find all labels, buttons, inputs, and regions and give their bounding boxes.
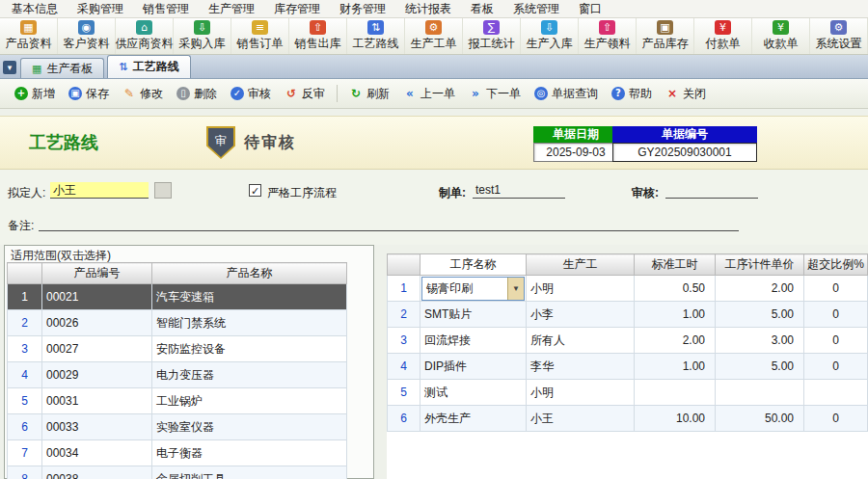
over-ratio-cell <box>804 380 868 406</box>
process-row[interactable]: 1 锡膏印刷 ▼ 小明 0.50 2.00 0 <box>388 276 868 302</box>
process-name-cell[interactable]: ▼ 测试 <box>420 380 527 406</box>
col-worker[interactable]: 生产工 <box>527 254 635 276</box>
products-table: 产品编号 产品名称 1 00021 汽车变速箱 2 00026 智能门禁系统 3… <box>7 262 347 479</box>
action-unaudit[interactable]: ↺ 反审 <box>278 83 332 105</box>
toolbar-item[interactable]: ⇩ 采购入库 <box>174 18 231 54</box>
col-piece-price[interactable]: 工序计件单价 <box>716 254 804 276</box>
process-row[interactable]: 3 ▼ 回流焊接 所有人 2.00 3.00 0 <box>388 328 868 354</box>
strict-flow-checkbox[interactable]: ✓ <box>249 184 261 197</box>
process-name-combobox[interactable]: 锡膏印刷 ▼ <box>421 277 525 301</box>
standard-hours-cell: 10.00 <box>635 406 716 432</box>
action-delete[interactable]: ▯ 删除 <box>170 83 224 105</box>
action-edit[interactable]: ✎ 修改 <box>116 83 170 105</box>
col-over-ratio[interactable]: 超交比例% <box>804 254 868 276</box>
action-close[interactable]: × 关闭 <box>659 83 713 105</box>
tabs: ▦ 生产看板 ⇅ 工艺路线 <box>20 55 194 78</box>
menu-item[interactable]: 生产管理 <box>199 0 264 17</box>
product-code-cell: 00029 <box>42 362 152 388</box>
toolbar-item[interactable]: ⇩ 生产入库 <box>521 18 579 54</box>
over-ratio-cell: 0 <box>804 354 868 380</box>
product-row[interactable]: 4 00029 电力变压器 <box>8 362 347 388</box>
row-number: 2 <box>388 302 420 328</box>
toolbar-item[interactable]: ⚙ 生产工单 <box>405 18 463 54</box>
toolbar-item[interactable]: ▣ 产品库存 <box>637 18 694 54</box>
col-standard-hours[interactable]: 标准工时 <box>635 254 716 276</box>
col-process-name[interactable]: 工序名称 <box>420 254 527 276</box>
work-order-icon: ⚙ <box>425 20 442 35</box>
product-name-cell: 实验室仪器 <box>152 414 347 440</box>
tab-process-routing[interactable]: ⇅ 工艺路线 <box>107 55 190 78</box>
piece-price-cell: 2.00 <box>716 276 804 302</box>
piece-price-cell: 50.00 <box>716 406 804 432</box>
process-row[interactable]: 2 ▼ SMT贴片 小李 1.00 5.00 0 <box>388 302 868 328</box>
col-product-code[interactable]: 产品编号 <box>42 263 152 284</box>
product-name-cell: 工业锅炉 <box>152 388 347 414</box>
action-toolbar: + 新增 ▣ 保存 ✎ 修改 ▯ 删除 ✓ 审核 ↺ 反审 ↻ 刷新 « 上一单… <box>0 79 868 109</box>
toolbar-item[interactable]: ▦ 产品资料 <box>0 18 58 54</box>
menu-item[interactable]: 看板 <box>461 0 503 17</box>
tab-bar: ▾ ▦ 生产看板 ⇅ 工艺路线 <box>0 55 868 79</box>
chevron-down-icon[interactable]: ▼ <box>507 278 524 300</box>
col-product-name[interactable]: 产品名称 <box>152 263 347 284</box>
worker-cell: 所有人 <box>527 328 635 354</box>
process-row[interactable]: 5 ▼ 测试 小明 <box>388 380 868 406</box>
doc-number-input[interactable]: GY202509030001 <box>612 143 757 162</box>
action-prev-doc[interactable]: « 上一单 <box>396 83 462 105</box>
sales-outbound-icon: ⇧ <box>310 20 326 35</box>
toolbar-item[interactable]: ⇧ 生产领料 <box>579 18 637 54</box>
action-audit[interactable]: ✓ 审核 <box>224 83 278 105</box>
product-row[interactable]: 6 00033 实验室仪器 <box>8 414 347 440</box>
tab-list-icon[interactable]: ▾ <box>3 61 16 74</box>
process-name-cell[interactable]: ▼ SMT贴片 <box>420 302 527 328</box>
process-name-cell[interactable]: ▼ 回流焊接 <box>420 328 527 354</box>
product-row[interactable]: 7 00034 电子衡器 <box>8 440 347 466</box>
menu-item[interactable]: 财务管理 <box>330 0 395 17</box>
action-doc-query[interactable]: ◎ 单据查询 <box>528 83 605 105</box>
toolbar-item[interactable]: ⚙ 系统设置 <box>810 18 868 54</box>
action-save[interactable]: ▣ 保存 <box>62 83 116 105</box>
tab-icon: ⇅ <box>119 61 127 73</box>
menu-item[interactable]: 统计报表 <box>395 0 461 17</box>
drafter-input[interactable]: 小王 <box>50 182 149 199</box>
menu-item[interactable]: 系统管理 <box>503 0 569 17</box>
toolbar-item[interactable]: ¥ 付款单 <box>694 18 752 54</box>
product-row[interactable]: 2 00026 智能门禁系统 <box>8 310 347 336</box>
toolbar-item[interactable]: ◉ 客户资料 <box>58 18 116 54</box>
tab-production-kanban[interactable]: ▦ 生产看板 <box>20 58 104 78</box>
menu-item[interactable]: 基本信息 <box>2 0 68 17</box>
product-code-cell: 00038 <box>42 466 152 479</box>
process-row[interactable]: 4 ▼ DIP插件 李华 1.00 5.00 0 <box>388 354 868 380</box>
action-refresh[interactable]: ↻ 刷新 <box>342 83 396 105</box>
supplier-info-icon: ⌂ <box>136 20 152 35</box>
menu-item[interactable]: 销售管理 <box>133 0 199 17</box>
toolbar-item[interactable]: ⇧ 销售出库 <box>289 18 347 54</box>
process-row[interactable]: 6 ▼ 外壳生产 小王 10.00 50.00 0 <box>388 406 868 432</box>
process-name-cell[interactable]: ▼ 外壳生产 <box>420 406 527 432</box>
menu-item[interactable]: 窗口 <box>569 0 611 17</box>
toolbar-item[interactable]: ⇅ 工艺路线 <box>347 18 405 54</box>
strict-flow-label: 严格工序流程 <box>267 185 337 201</box>
product-row[interactable]: 3 00027 安防监控设备 <box>8 336 347 362</box>
lower-split-area: 适用范围(双击选择) 产品编号 产品名称 1 00021 汽车变速箱 2 000… <box>0 245 868 479</box>
product-code-cell: 00021 <box>42 284 152 310</box>
action-help[interactable]: ? 帮助 <box>605 83 659 105</box>
action-next-doc[interactable]: » 下一单 <box>462 83 528 105</box>
action-new[interactable]: + 新增 <box>8 83 62 105</box>
process-name-cell[interactable]: ▼ DIP插件 <box>420 354 527 380</box>
menu-item[interactable]: 库存管理 <box>264 0 330 17</box>
product-row[interactable]: 8 00038 金属切削工具 <box>8 466 347 479</box>
product-row[interactable]: 5 00031 工业锅炉 <box>8 388 347 414</box>
product-row[interactable]: 1 00021 汽车变速箱 <box>8 284 347 310</box>
toolbar-item[interactable]: ¥ 收款单 <box>752 18 810 54</box>
toolbar-item[interactable]: ≡ 销售订单 <box>231 18 289 54</box>
toolbar-item[interactable]: ⌂ 供应商资料 <box>116 18 174 54</box>
process-header-row: 工序名称 生产工 标准工时 工序计件单价 超交比例% <box>388 254 868 276</box>
menu-item[interactable]: 采购管理 <box>68 0 133 17</box>
toolbar-item[interactable]: ∑ 报工统计 <box>463 18 521 54</box>
process-name-cell[interactable]: 锡膏印刷 ▼ <box>420 276 527 302</box>
over-ratio-cell: 0 <box>804 406 868 432</box>
doc-date-input[interactable]: 2025-09-03 <box>533 143 618 162</box>
remark-input[interactable] <box>39 215 739 231</box>
product-code-cell: 00026 <box>42 310 152 336</box>
drafter-picker-button[interactable] <box>154 182 172 199</box>
